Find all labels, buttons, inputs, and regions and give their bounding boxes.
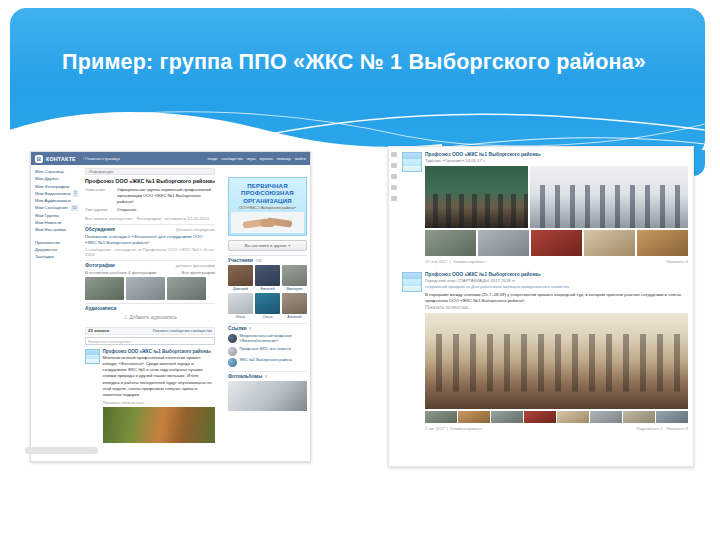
member-avatar[interactable] bbox=[255, 265, 280, 286]
add-audio-button[interactable]: ♫ Добавить аудиозапись bbox=[85, 311, 215, 324]
show-more-link[interactable]: Показать полностью.. bbox=[103, 400, 216, 405]
discussion-topic-link[interactable]: Положение о конкурсе «Фотоохота» для сот… bbox=[85, 234, 215, 246]
group-avatar[interactable] bbox=[402, 152, 422, 172]
post-photo-tiny[interactable] bbox=[425, 411, 457, 423]
sidebar-item-friends[interactable]: Мои Друзья bbox=[35, 175, 81, 182]
sidebar-item-settings[interactable]: Мои Настройки bbox=[35, 226, 81, 233]
sidebar-item-videos[interactable]: Мои Видеозаписи2 bbox=[35, 190, 81, 197]
photos-title[interactable]: Фотографии bbox=[85, 263, 115, 268]
post-photo-small[interactable] bbox=[425, 230, 476, 256]
feed-nav-icon[interactable] bbox=[391, 152, 397, 157]
link-item[interactable]: Межрегиональный профсоюз «Жизнеобеспечен… bbox=[228, 334, 307, 344]
post-photo-tiny[interactable] bbox=[623, 411, 655, 423]
group-banner-image[interactable]: ПЕРВИЧНАЯ ПРОФСОЮЗНАЯ ОРГАНИЗАЦИЯ ООО«ЖК… bbox=[228, 177, 307, 236]
sidebar-item-news[interactable]: Мои Новости bbox=[35, 219, 81, 226]
album-thumb[interactable] bbox=[228, 381, 307, 411]
audio-title[interactable]: Аудиозаписи bbox=[85, 306, 116, 311]
member-name[interactable]: Алексей bbox=[282, 315, 307, 319]
sidebar-item-photos[interactable]: Мои Фотографии bbox=[35, 183, 81, 190]
member-cell[interactable]: Дмитрий bbox=[228, 265, 253, 291]
show-more-link[interactable]: Показать полностью... bbox=[425, 305, 688, 310]
post-photo-tiny[interactable] bbox=[557, 411, 589, 423]
sidebar-item-groups[interactable]: Мои Группы bbox=[35, 212, 81, 219]
nav-link-people[interactable]: люди bbox=[208, 156, 218, 161]
post-photo-tiny[interactable] bbox=[656, 411, 688, 423]
feed-nav-icon[interactable] bbox=[391, 185, 397, 190]
member-name[interactable]: Евгений bbox=[255, 287, 280, 291]
add-discussion-link[interactable]: Добавить обсуждение bbox=[176, 228, 215, 232]
member-avatar[interactable] bbox=[255, 293, 280, 314]
post-author-link[interactable]: Профсоюз ООО «ЖКС №1 Выборгского района» bbox=[425, 152, 688, 157]
member-cell[interactable]: Виктория bbox=[282, 265, 307, 291]
sidebar-item-documents[interactable]: Документы bbox=[35, 246, 81, 253]
member-avatar[interactable] bbox=[282, 293, 307, 314]
member-cell[interactable]: Ольга bbox=[255, 293, 280, 319]
post-photo-small[interactable] bbox=[584, 230, 635, 256]
feed-nav-icon[interactable] bbox=[391, 196, 397, 201]
nav-link-logout[interactable]: выйти bbox=[295, 156, 306, 161]
post-photo-tiny[interactable] bbox=[524, 411, 556, 423]
membership-button[interactable]: Вы состоите в группе ▾ bbox=[228, 240, 307, 251]
nav-link-communities[interactable]: сообщества bbox=[221, 156, 243, 161]
albums-title[interactable]: Фотоальбомы bbox=[228, 374, 262, 379]
sidebar-item-messages[interactable]: Мои Сообщения12 bbox=[35, 204, 81, 211]
nav-back-link[interactable]: ‹ Главная страница bbox=[83, 156, 120, 161]
wall-filter-link[interactable]: Показать сообщения сообщества bbox=[153, 329, 212, 333]
member-name[interactable]: Дмитрий bbox=[228, 287, 253, 291]
vk-logo-icon[interactable]: В bbox=[35, 155, 43, 163]
share-button[interactable]: Поделиться 2 bbox=[636, 426, 662, 431]
nav-link-help[interactable]: помощь bbox=[277, 156, 291, 161]
post-photo-tiny[interactable] bbox=[590, 411, 622, 423]
member-name[interactable]: Виктория bbox=[282, 287, 307, 291]
photo-thumb-building[interactable] bbox=[126, 277, 165, 300]
post-photo-small[interactable] bbox=[531, 230, 582, 256]
wall-composer-input[interactable]: Написать сообщение... bbox=[85, 337, 215, 345]
member-cell[interactable]: Евгений bbox=[255, 265, 280, 291]
link-label[interactable]: Межрегиональный профсоюз «Жизнеобеспечен… bbox=[240, 334, 308, 344]
post-photo-squirrel[interactable] bbox=[103, 407, 215, 443]
post-photo-indoor-group[interactable] bbox=[425, 166, 528, 228]
member-avatar[interactable] bbox=[228, 293, 253, 314]
member-name[interactable]: Инна bbox=[228, 315, 253, 319]
link-label[interactable]: ЖКС №1 Выборгского района bbox=[240, 358, 293, 363]
nav-link-music[interactable]: музыка bbox=[259, 156, 272, 161]
post-author-link[interactable]: Профсоюз ООО «ЖКС №1 Выборгского района» bbox=[425, 272, 688, 277]
photo-thumb-green[interactable] bbox=[167, 277, 206, 300]
feed-nav-icon[interactable] bbox=[391, 174, 397, 179]
group-avatar[interactable] bbox=[402, 272, 422, 292]
vk-logo-text[interactable]: КОНТАКТЕ bbox=[46, 156, 76, 162]
link-item[interactable]: Профсоюз ЖКХ: все новости bbox=[228, 347, 307, 356]
sidebar-item-audio[interactable]: Мои Аудиозаписи bbox=[35, 197, 81, 204]
post-photo-skiers[interactable] bbox=[530, 166, 688, 228]
sidebar-item-bookmarks[interactable]: Закладки bbox=[35, 253, 81, 260]
post-author-link[interactable]: Профсоюз ООО «ЖКС №1 Выборгского района» bbox=[103, 349, 216, 354]
link-label[interactable]: Профсоюз ЖКХ: все новости bbox=[240, 347, 291, 352]
post-photo-small[interactable] bbox=[478, 230, 529, 256]
post-photo-tiny[interactable] bbox=[458, 411, 490, 423]
discussions-title[interactable]: Обсуждения bbox=[85, 227, 115, 232]
members-title[interactable]: Участники bbox=[228, 258, 253, 263]
all-photos-link[interactable]: Все фотографии bbox=[182, 270, 215, 275]
sidebar-item-my-page[interactable]: Моя Страница bbox=[35, 168, 81, 175]
post-photo-certificates-group[interactable] bbox=[425, 313, 688, 409]
group-avatar[interactable] bbox=[85, 349, 100, 364]
comment-link[interactable]: Комментировать bbox=[450, 426, 482, 431]
member-cell[interactable]: Инна bbox=[228, 293, 253, 319]
member-avatar[interactable] bbox=[228, 265, 253, 286]
feed-nav-icon[interactable] bbox=[391, 163, 397, 168]
member-avatar[interactable] bbox=[282, 265, 307, 286]
photo-thumb-park[interactable] bbox=[85, 277, 124, 300]
links-title[interactable]: Ссылки bbox=[228, 326, 247, 331]
post-date[interactable]: 12 янв 2017 bbox=[425, 259, 448, 264]
post-date[interactable]: 2 авг 2017 bbox=[425, 426, 445, 431]
post-tags-line[interactable]: спортивный праздник ко Дню работников жи… bbox=[425, 284, 688, 289]
nav-link-games[interactable]: игры bbox=[247, 156, 256, 161]
comment-link[interactable]: Комментировать bbox=[453, 259, 485, 264]
like-button[interactable]: Нравится 8 bbox=[667, 426, 688, 431]
sidebar-item-apps[interactable]: Приложения bbox=[35, 239, 81, 246]
post-photo-small[interactable] bbox=[637, 230, 688, 256]
member-cell[interactable]: Алексей bbox=[282, 293, 307, 319]
group-tabbar[interactable]: Информация bbox=[85, 168, 215, 175]
post-photo-tiny[interactable] bbox=[491, 411, 523, 423]
like-button[interactable]: Нравится 6 bbox=[667, 259, 688, 264]
